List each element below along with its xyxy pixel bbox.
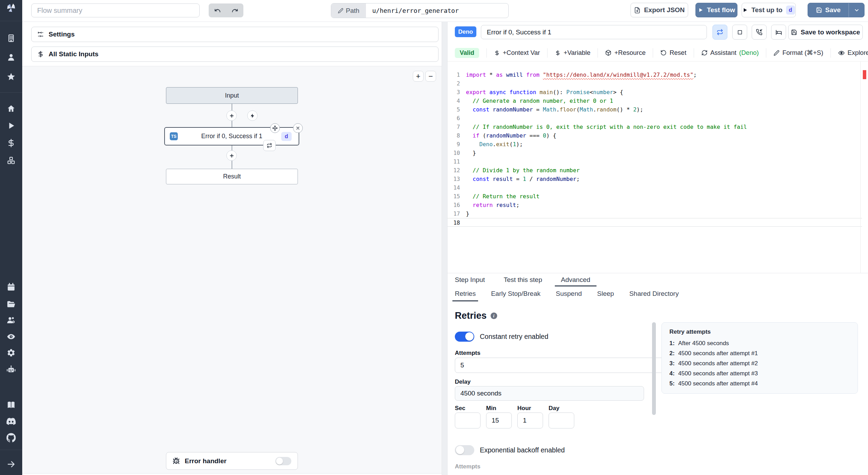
add-context-var-button[interactable]: +Context Var <box>494 49 540 57</box>
variables-dollar-icon[interactable] <box>7 139 16 148</box>
box-icon <box>605 50 611 56</box>
delay-input[interactable] <box>455 386 644 401</box>
line-number: 9 <box>448 140 466 149</box>
save-to-workspace-button[interactable]: Save to workspace <box>788 25 863 40</box>
docs-book-icon[interactable] <box>7 400 16 409</box>
lightning-icon <box>250 113 255 118</box>
undo-button[interactable] <box>209 3 226 17</box>
workspace-icon[interactable] <box>7 34 16 43</box>
flow-summary-input[interactable] <box>31 3 200 17</box>
chevron-down-icon <box>854 7 860 13</box>
code-editor[interactable]: 1import * as wmill from "https://deno.la… <box>448 61 862 273</box>
code-line[interactable]: 4 // Generate a random number, either 0 … <box>448 97 862 105</box>
windmill-logo-icon[interactable] <box>5 2 17 14</box>
code-line[interactable]: 12 // Divide 1 by the random number <box>448 166 862 175</box>
line-number: 4 <box>448 97 466 105</box>
add-variable-button[interactable]: +Variable <box>555 49 590 57</box>
save-button[interactable]: Save <box>808 3 865 17</box>
github-icon[interactable] <box>7 433 16 442</box>
reset-button[interactable]: Reset <box>660 49 686 57</box>
sleep-button[interactable] <box>771 25 786 40</box>
panel-resize-handle[interactable] <box>442 22 448 475</box>
code-line[interactable]: 5 const randomNumber = Math.floor(Math.r… <box>448 105 862 114</box>
code-line[interactable]: 11 <box>448 157 862 166</box>
refresh-icon <box>701 50 708 56</box>
subtab-retries[interactable]: Retries <box>452 286 478 301</box>
flow-settings-row[interactable]: Settings <box>31 27 439 42</box>
early-stop-button[interactable] <box>732 25 747 40</box>
sec-input[interactable] <box>455 412 481 428</box>
add-step-button[interactable] <box>226 150 237 161</box>
collapse-arrow-icon[interactable] <box>7 460 16 469</box>
add-trigger-button[interactable] <box>247 110 258 121</box>
exponential-backoff-toggle[interactable] <box>455 445 474 455</box>
code-line[interactable]: 7 // If randomNumber is 0, exit the scri… <box>448 123 862 131</box>
test-up-to-button[interactable]: Test up to d <box>742 3 796 17</box>
settings-gear-icon[interactable] <box>7 348 16 357</box>
delete-step-button[interactable] <box>293 123 303 133</box>
error-handler-toggle[interactable] <box>275 457 291 465</box>
code-line[interactable]: 15 // Return the result <box>448 192 862 201</box>
retry-toggle-button[interactable] <box>712 25 727 40</box>
discord-icon[interactable] <box>7 417 16 426</box>
flow-canvas[interactable]: + − Input TS Error if 0, Success if 1 d <box>22 66 442 474</box>
day-input[interactable] <box>549 412 574 428</box>
tab-test-this-step[interactable]: Test this step <box>498 273 549 286</box>
zoom-in-button[interactable]: + <box>413 71 424 82</box>
step-retry-indicator[interactable] <box>263 140 276 151</box>
retries-scrollbar[interactable] <box>652 322 656 415</box>
save-dropdown-button[interactable] <box>849 3 864 17</box>
schedules-calendar-icon[interactable] <box>7 283 16 292</box>
code-line[interactable]: 3export async function main(): Promise<n… <box>448 88 862 97</box>
tab-step-input[interactable]: Step Input <box>449 273 491 286</box>
format-button[interactable]: Format (⌘+S) <box>774 49 823 57</box>
subtab-suspend[interactable]: Suspend <box>553 286 584 301</box>
runs-play-icon[interactable] <box>7 121 16 130</box>
code-line[interactable]: 10 } <box>448 149 862 157</box>
add-step-button[interactable] <box>226 110 237 121</box>
zoom-out-button[interactable]: − <box>425 71 436 82</box>
tab-advanced[interactable]: Advanced <box>555 273 597 286</box>
code-line[interactable]: 2 <box>448 79 862 88</box>
hour-input[interactable] <box>517 412 543 428</box>
code-line[interactable]: 17} <box>448 209 862 218</box>
all-static-inputs-row[interactable]: All Static Inputs <box>31 47 439 62</box>
code-line[interactable]: 16 return result; <box>448 201 862 209</box>
code-line[interactable]: 8 if (randomNumber === 0) { <box>448 131 862 140</box>
home-icon[interactable] <box>7 104 16 113</box>
resources-icon[interactable] <box>7 156 16 165</box>
subtab-shared-directory[interactable]: Shared Directory <box>627 286 681 301</box>
editor-overview-ruler <box>860 61 861 273</box>
redo-button[interactable] <box>226 3 243 17</box>
constant-retry-toggle[interactable] <box>455 332 474 342</box>
subtab-early-stop[interactable]: Early Stop/Break <box>489 286 543 301</box>
code-line[interactable]: 13 const result = 1 / randomNumber; <box>448 175 862 183</box>
phone-incoming-icon <box>756 29 762 35</box>
workers-bot-icon[interactable] <box>7 365 16 374</box>
error-handler-row[interactable]: Error handler <box>166 452 298 470</box>
step-name-input[interactable] <box>481 25 707 39</box>
min-input[interactable] <box>486 412 512 428</box>
favorites-star-icon[interactable] <box>7 72 16 81</box>
test-flow-button[interactable]: Test flow <box>695 3 737 17</box>
code-line[interactable]: 9 Deno.exit(1); <box>448 140 862 149</box>
suspend-approval-button[interactable] <box>752 25 767 40</box>
info-icon[interactable]: i <box>491 312 497 319</box>
flow-result-node[interactable]: Result <box>166 169 298 184</box>
user-icon[interactable] <box>7 53 16 62</box>
path-value[interactable]: u/henri/error_generator <box>366 3 508 18</box>
move-step-button[interactable] <box>270 123 280 133</box>
code-line[interactable]: 6 <box>448 114 862 123</box>
add-resource-button[interactable]: +Resource <box>605 49 645 57</box>
groups-users-icon[interactable] <box>7 316 16 325</box>
code-line[interactable]: 18 <box>448 218 862 227</box>
export-json-button[interactable]: Export JSON <box>631 3 688 17</box>
audit-eye-icon[interactable] <box>7 332 16 341</box>
folders-icon[interactable] <box>7 300 16 309</box>
code-line[interactable]: 1import * as wmill from "https://deno.la… <box>448 70 862 79</box>
subtab-sleep[interactable]: Sleep <box>595 286 617 301</box>
code-line[interactable]: 14 <box>448 183 862 192</box>
flow-input-node[interactable]: Input <box>166 87 298 104</box>
assistant-button[interactable]: Assistant (Deno) <box>701 49 759 57</box>
explore-scripts-button[interactable]: Explore other s <box>838 49 868 57</box>
